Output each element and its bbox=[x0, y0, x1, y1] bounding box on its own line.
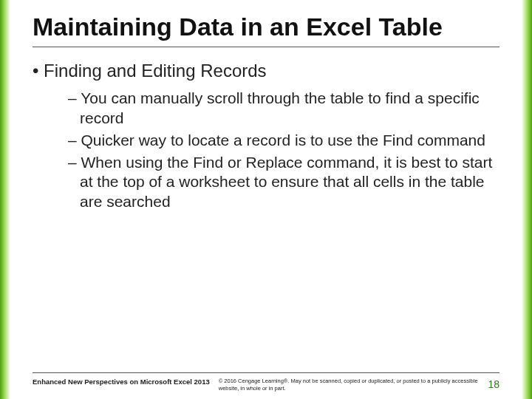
page-number: 18 bbox=[488, 378, 499, 390]
slide-content: Finding and Editing Records You can manu… bbox=[33, 47, 499, 372]
right-gradient-decoration bbox=[522, 0, 532, 399]
bullet-level2-item: When using the Find or Replace command, … bbox=[68, 153, 499, 211]
slide-footer: Enhanced New Perspectives on Microsoft E… bbox=[33, 372, 499, 392]
bullet-level1: Finding and Editing Records bbox=[33, 61, 499, 81]
footer-source: Enhanced New Perspectives on Microsoft E… bbox=[33, 376, 210, 386]
left-gradient-decoration bbox=[0, 0, 10, 399]
bullet-level2-item: You can manually scroll through the tabl… bbox=[68, 89, 499, 128]
bullet-level2-item: Quicker way to locate a record is to use… bbox=[68, 131, 499, 150]
slide-body: Maintaining Data in an Excel Table Findi… bbox=[10, 0, 522, 399]
footer-copyright: © 2016 Cengage Learning®. May not be sca… bbox=[219, 376, 480, 392]
slide-title: Maintaining Data in an Excel Table bbox=[33, 13, 499, 47]
